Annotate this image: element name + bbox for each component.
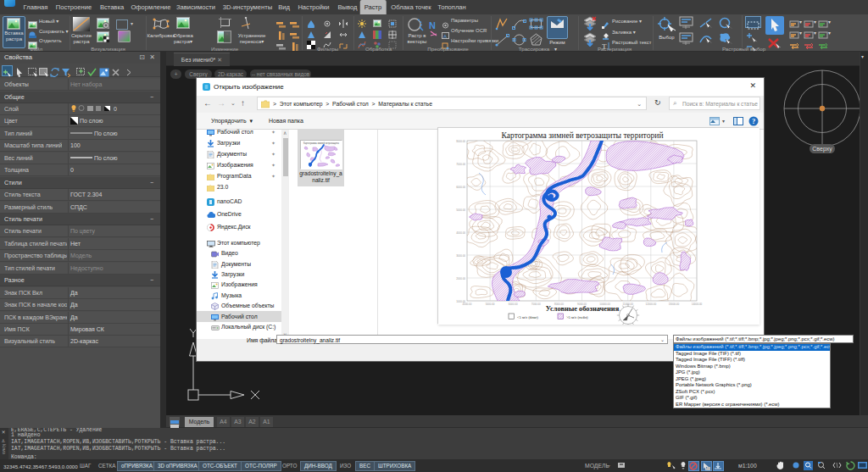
svg-text:?: ? [752, 117, 755, 125]
svg-text:14000.00: 14000.00 [692, 303, 703, 306]
svg-text:<5 м/с (благ): <5 м/с (благ) [517, 315, 538, 319]
svg-text:8000.00: 8000.00 [456, 140, 465, 143]
svg-text:6000.00: 6000.00 [456, 186, 465, 189]
svg-text:Условные обозначения: Условные обозначения [546, 305, 620, 313]
svg-text:5000.00: 5000.00 [486, 303, 495, 306]
svg-text:2000.00: 2000.00 [456, 277, 465, 280]
svg-text:⌐: ⌐ [607, 463, 610, 469]
svg-text:13000.00: 13000.00 [669, 303, 680, 306]
svg-text:3000.00: 3000.00 [456, 254, 465, 258]
svg-text:6000.00: 6000.00 [509, 303, 518, 306]
svg-text:Картограмма зимней ветрозащиты: Картограмма зимней ветрозащиты территори… [501, 130, 663, 140]
svg-text:4000.00: 4000.00 [463, 303, 472, 306]
svg-text:7000.00: 7000.00 [531, 303, 541, 306]
svg-text:Сверху: Сверху [812, 146, 832, 153]
svg-text:Картограмма зимней ветрозащиты: Картограмма зимней ветрозащиты [303, 142, 339, 145]
svg-text:>5 м/с (небл): >5 м/с (небл) [566, 315, 588, 319]
svg-text:0: 0 [114, 106, 117, 112]
svg-text:12000.00: 12000.00 [646, 303, 657, 306]
svg-text:7000.00: 7000.00 [456, 163, 465, 166]
svg-text:N: N [429, 20, 436, 31]
svg-text:4000.00: 4000.00 [456, 231, 465, 235]
svg-text:5000.00: 5000.00 [456, 208, 465, 212]
